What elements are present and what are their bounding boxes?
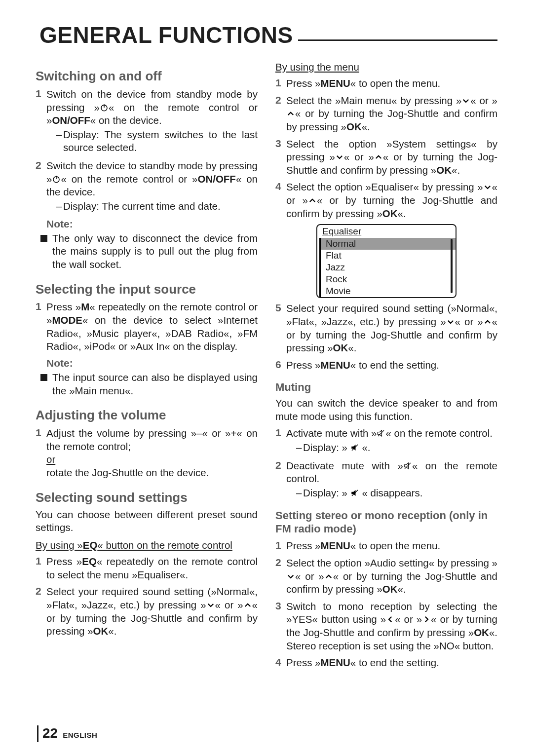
chevron-down-icon: [335, 152, 344, 161]
equaliser-item-flat[interactable]: Flat: [319, 250, 456, 262]
equaliser-menu: Equaliser Normal Flat Jazz Rock Movie: [316, 224, 457, 298]
page-number: 22: [42, 725, 58, 741]
equaliser-item-rock[interactable]: Rock: [319, 273, 456, 285]
footer-bar-icon: [37, 725, 38, 742]
menu-step-4: Select the option »Equaliser« by pressin…: [286, 181, 497, 220]
chevron-down-icon: [483, 183, 492, 191]
chevron-up-icon: [483, 317, 492, 326]
heading-stereo-mono: Setting stereo or mono reception (only i…: [275, 509, 497, 535]
mute-intro: You can switch the device speaker to and…: [275, 397, 497, 423]
page-title: GENERAL FUNCTIONS: [39, 22, 293, 48]
chevron-left-icon: [386, 615, 395, 624]
equaliser-title: Equaliser: [317, 225, 456, 238]
switch-note: The only way to disconnect the device fr…: [40, 232, 258, 271]
note-label: Note:: [46, 218, 258, 230]
title-rule: [298, 39, 497, 41]
chevron-down-icon: [286, 572, 295, 581]
switch-step-1: Switch on the device from standby mode b…: [46, 88, 258, 155]
menu-step-1: Press »MENU« to open the menu.: [286, 77, 497, 90]
sm-step-1: Press »MENU« to open the menu.: [286, 539, 497, 553]
square-bullet-icon: [40, 374, 47, 381]
heading-sound-settings: Selecting sound settings: [36, 491, 258, 505]
chevron-down-icon: [461, 96, 470, 105]
heading-volume: Adjusting the volume: [36, 408, 258, 423]
menu-step-5: Select your required sound setting (»Nor…: [286, 302, 497, 355]
sm-step-3: Switch to mono reception by selecting th…: [286, 600, 497, 653]
footer-language: ENGLISH: [63, 731, 97, 739]
menu-step-6: Press »MENU« to end the setting.: [286, 359, 497, 372]
menu-step-3: Select the option »System settings« by p…: [286, 138, 497, 177]
equaliser-item-normal[interactable]: Normal: [319, 238, 456, 250]
sm-step-4: Press »MENU« to end the setting.: [286, 656, 497, 670]
speaker-muted-icon: [350, 489, 359, 497]
chevron-right-icon: [422, 615, 431, 624]
equaliser-item-movie[interactable]: Movie: [319, 285, 456, 297]
power-icon: [52, 175, 61, 184]
sound-eq-step-1: Press »EQ« repeatedly on the remote cont…: [46, 555, 258, 581]
mute-step-2: Deactivate mute with »« on the remote co…: [286, 459, 497, 501]
chevron-up-icon: [286, 109, 295, 118]
chevron-up-icon: [243, 601, 252, 609]
equaliser-item-jazz[interactable]: Jazz: [319, 262, 456, 273]
heading-switching: Switching on and off: [36, 69, 258, 84]
menu-step-2: Select the »Main menu« by pressing »« or…: [286, 94, 497, 134]
mute-icon: [377, 429, 385, 438]
scrollbar[interactable]: [451, 239, 453, 293]
sound-subheading-eq: By using »EQ« button on the remote contr…: [36, 539, 258, 551]
sound-intro: You can choose between different preset …: [36, 508, 258, 534]
chevron-down-icon: [446, 317, 455, 326]
square-bullet-icon: [40, 235, 47, 242]
right-column: By using the menu 1 Press »MENU« to open…: [275, 58, 497, 674]
mute-step-1: Activate mute with »« on the remote cont…: [286, 427, 497, 455]
power-icon: [100, 103, 109, 112]
sm-step-2: Select the option »Audio setting« by pre…: [286, 557, 497, 596]
chevron-up-icon: [374, 152, 383, 161]
chevron-up-icon: [324, 572, 333, 581]
chevron-up-icon: [308, 196, 317, 205]
speaker-muted-icon: [350, 443, 359, 452]
switch-step-2: Switch the device to standby mode by pre…: [46, 159, 258, 214]
note-label: Note:: [46, 357, 258, 369]
sound-eq-step-2: Select your required sound setting (»Nor…: [46, 585, 258, 638]
page-footer: 22 ENGLISH: [37, 725, 97, 742]
heading-input-source: Selecting the input source: [36, 282, 258, 297]
sound-subheading-menu: By using the menu: [275, 61, 497, 73]
left-column: Switching on and off 1 Switch on the dev…: [36, 58, 258, 674]
heading-muting: Muting: [275, 381, 497, 394]
mute-icon: [403, 461, 412, 470]
source-step-1: Press »M« repeatedly on the remote contr…: [46, 301, 258, 353]
chevron-down-icon: [206, 601, 215, 609]
volume-step-1: Adjust the volume by pressing »–« or »+«…: [46, 427, 258, 480]
source-note: The input source can also be displayed u…: [40, 371, 258, 397]
